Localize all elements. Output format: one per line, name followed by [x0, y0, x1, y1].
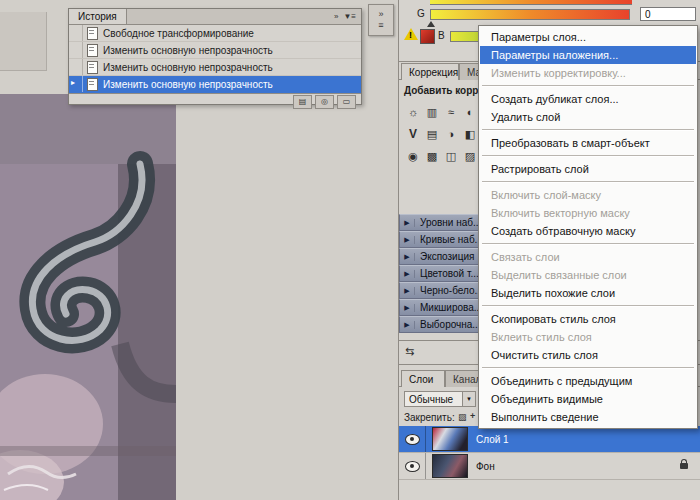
photo-filter-icon[interactable]: ◉ [404, 148, 422, 164]
lock-position-icon[interactable]: + [470, 411, 475, 421]
collapse-dock-button[interactable]: » ≡ [368, 4, 394, 36]
brightness-contrast-icon[interactable]: ☼ [404, 104, 422, 120]
green-value: 0 [645, 9, 651, 20]
menu-item-clear-layer-style[interactable]: Очистить стиль слоя [480, 346, 696, 364]
history-panel: История » ▼≡ Свободное трансформирование… [68, 8, 362, 105]
tab-layers[interactable]: Слои [401, 370, 445, 387]
red-channel-slider[interactable] [430, 0, 632, 5]
canvas-artwork [0, 94, 176, 500]
black-white-icon[interactable]: ◧ [461, 126, 479, 142]
menu-separator [480, 178, 696, 186]
menu-separator [480, 364, 696, 372]
tab-adjustments[interactable]: Коррекция [401, 63, 459, 80]
history-source-checkbox[interactable] [69, 42, 83, 58]
current-state-marker-icon: ▸ [71, 78, 75, 88]
menu-item-create-clipping-mask[interactable]: Создать обтравочную маску [480, 222, 696, 240]
gamut-color-swatch[interactable] [420, 29, 435, 44]
tab-adjustments-label: Коррекция [409, 67, 458, 78]
layer-name: Фон [476, 461, 495, 472]
menu-separator [480, 240, 696, 248]
menu-item-select-linked-layers: Выделить связанные слои [480, 266, 696, 284]
menu-item-merge-visible[interactable]: Объединить видимые [480, 390, 696, 408]
lock-transparency-icon[interactable]: ▨ [458, 412, 467, 422]
expand-triangle-icon: ▶ [400, 270, 415, 278]
color-balance-icon[interactable]: ◑ [442, 126, 460, 142]
expand-triangle-icon: ▶ [400, 304, 415, 312]
menu-item-merge-down[interactable]: Объединить с предыдущим [480, 372, 696, 390]
posterize-icon[interactable]: ▨ [461, 148, 479, 164]
layer-context-menu: Параметры слоя... Параметры наложения...… [478, 25, 698, 429]
green-channel-slider[interactable] [430, 9, 630, 20]
history-state-icon [87, 27, 98, 40]
blend-mode-dropdown[interactable]: Обычные ▼ [404, 391, 476, 407]
delete-state-icon[interactable]: ▭ [337, 95, 356, 109]
lock-icon [680, 463, 688, 469]
history-state-row[interactable]: Изменить основную непрозрачность [69, 59, 361, 76]
menu-item-duplicate-layer[interactable]: Создать дубликат слоя... [480, 90, 696, 108]
panel-collapse-icon[interactable]: » [334, 12, 338, 21]
channel-mixer-icon[interactable]: ▩ [423, 148, 441, 164]
new-snapshot-icon[interactable]: ◎ [315, 95, 334, 109]
preset-label: Уровни наб... [415, 217, 481, 228]
panel-menu-icon[interactable]: ▼≡ [343, 12, 356, 21]
preset-label: Кривые наб... [415, 234, 483, 245]
preset-label: Выборочна... [415, 319, 481, 330]
history-state-label: Изменить основную непрозрачность [103, 79, 273, 90]
gamut-warning-icon[interactable]: ! [404, 28, 418, 40]
layer-row-layer1[interactable]: Слой 1 [399, 426, 700, 453]
green-slider-thumb[interactable] [427, 21, 435, 27]
blend-mode-value: Обычные [405, 394, 462, 405]
green-value-field[interactable]: 0 [640, 7, 696, 21]
visibility-toggle[interactable] [399, 453, 426, 479]
document-canvas[interactable] [0, 94, 176, 500]
menu-item-select-similar-layers[interactable]: Выделить похожие слои [480, 284, 696, 302]
history-state-row[interactable]: Свободное трансформирование [69, 25, 361, 42]
menu-item-link-layers: Связать слои [480, 248, 696, 266]
new-document-from-state-icon[interactable]: ▤ [293, 95, 312, 109]
collapse-arrows-icon: » [378, 9, 383, 20]
chevron-down-icon: ▼ [462, 392, 475, 406]
history-source-checkbox[interactable] [69, 59, 83, 75]
history-source-checkbox[interactable] [69, 25, 83, 41]
exposure-icon[interactable]: ◐ [461, 104, 479, 120]
history-source-checkbox[interactable]: ▸ [69, 76, 83, 92]
toggle-panel-view-icon[interactable]: ⇆ [405, 345, 414, 358]
levels-icon[interactable]: ▥ [423, 104, 441, 120]
history-panel-header: История » ▼≡ [69, 9, 361, 25]
blue-channel-label: B [438, 30, 445, 41]
vibrance-icon[interactable]: V [404, 126, 422, 142]
menu-item-blending-options[interactable]: Параметры наложения... [480, 46, 696, 64]
hue-saturation-icon[interactable]: ▤ [423, 126, 441, 142]
background-thumbnail[interactable] [432, 454, 468, 478]
layer-row-background[interactable]: Фон [399, 453, 700, 480]
menu-item-paste-layer-style: Вклеить стиль слоя [480, 328, 696, 346]
preset-label: Микширова... [415, 302, 482, 313]
history-state-label: Изменить основную непрозрачность [103, 45, 273, 56]
curves-icon[interactable]: ≈ [442, 104, 460, 120]
history-state-row-current[interactable]: ▸ Изменить основную непрозрачность [69, 76, 361, 93]
menu-separator [480, 152, 696, 160]
menu-item-convert-to-smart-object[interactable]: Преобразовать в смарт-объект [480, 134, 696, 152]
menu-item-copy-layer-style[interactable]: Скопировать стиль слоя [480, 310, 696, 328]
tab-layers-label: Слои [409, 374, 433, 385]
history-state-row[interactable]: Изменить основную непрозрачность [69, 42, 361, 59]
history-panel-tab[interactable]: История [69, 9, 127, 24]
invert-icon[interactable]: ◫ [442, 148, 460, 164]
menu-item-delete-layer[interactable]: Удалить слой [480, 108, 696, 126]
menu-item-flatten-image[interactable]: Выполнить сведение [480, 408, 696, 426]
menu-item-edit-adjustment: Изменить корректировку... [480, 64, 696, 82]
menu-item-rasterize-layer[interactable]: Растрировать слой [480, 160, 696, 178]
menu-item-layer-properties[interactable]: Параметры слоя... [480, 28, 696, 46]
history-state-label: Изменить основную непрозрачность [103, 62, 273, 73]
expand-triangle-icon: ▶ [400, 287, 415, 295]
history-state-icon [87, 44, 98, 57]
visibility-toggle[interactable] [399, 426, 426, 452]
preset-label: Цветовой т... [415, 268, 479, 279]
history-panel-footer: ▤ ◎ ▭ [69, 93, 361, 109]
menu-separator [480, 302, 696, 310]
menu-item-enable-layer-mask: Включить слой-маску [480, 186, 696, 204]
layer-name: Слой 1 [476, 434, 509, 445]
lock-row-label: Закрепить: [404, 412, 455, 423]
preset-label: Экспозиция [415, 251, 474, 262]
layer1-thumbnail[interactable] [432, 427, 468, 451]
